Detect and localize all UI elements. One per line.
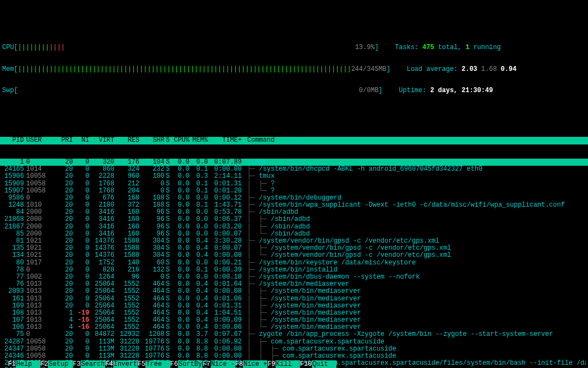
- process-row[interactable]: 159091005820017682120S0.00.10:01.31│ ├─ …: [0, 180, 588, 188]
- column-headers[interactable]: PID USER PRI NI VIRT RES SHR S CPU% MEM%…: [0, 137, 588, 144]
- function-keys[interactable]: F1Help F2Setup F3SearchF4InvertF5Tree F6…: [0, 354, 588, 368]
- fkey-f8[interactable]: F8Nice +: [235, 360, 268, 368]
- process-row[interactable]: 780200828216132S0.00.10:00.39├─ /system/…: [0, 267, 588, 274]
- header-meters: CPU[|||||||||||| 13.9%] Tasks: 475 total…: [0, 29, 588, 103]
- process-row[interactable]: 15906100582002228960100S0.00.32:14.11├─ …: [0, 173, 588, 180]
- fkey-f4[interactable]: F4Invert: [105, 360, 138, 368]
- process-row[interactable]: 218682000200341616096S0.00.00:06.37│ ├─ …: [0, 216, 588, 223]
- process-row[interactable]: 218672000200341616096S0.00.00:03.20│ ├─ …: [0, 224, 588, 231]
- process-row[interactable]: 159071005820017682040S0.00.10:01.20│ └─ …: [0, 188, 588, 195]
- process-row[interactable]: 1611013200250641552464S0.00.40:01.06│ ├─…: [0, 295, 588, 303]
- process-row[interactable]: 20931013200250641552464S0.00.40:00.08│ ├…: [0, 288, 588, 295]
- fkey-f3[interactable]: F3Search: [73, 360, 106, 368]
- fkey-f5[interactable]: F5Tree: [138, 360, 170, 368]
- fkey-f7[interactable]: F7Nice -: [203, 360, 235, 368]
- fkey-f1[interactable]: F1Help: [8, 360, 40, 368]
- fkey-f10[interactable]: F10Quit: [300, 360, 336, 368]
- process-row[interactable]: 75020084872129321208S0.03.70:07.67├─ zyg…: [0, 331, 588, 338]
- fkey-f6[interactable]: F6SortBy: [170, 360, 203, 368]
- process-row[interactable]: 1091013200250641552464S0.00.40:01.31│ ├─…: [0, 303, 588, 310]
- fkey-f9[interactable]: F9Kill: [267, 360, 300, 368]
- process-row[interactable]: 1341021200143761588304S0.00.40:00.08│ └─…: [0, 252, 588, 259]
- process-list[interactable]: 10200320176104S0.00.00:07.89/init2416510…: [0, 159, 588, 368]
- fkey-f2[interactable]: F2Setup: [40, 360, 73, 368]
- process-row[interactable]: 2428710058200113M3122810776S0.08.80:06.9…: [0, 339, 588, 346]
- process-row[interactable]: 801017200175214060S0.00.00:00.21├─ /syst…: [0, 260, 588, 267]
